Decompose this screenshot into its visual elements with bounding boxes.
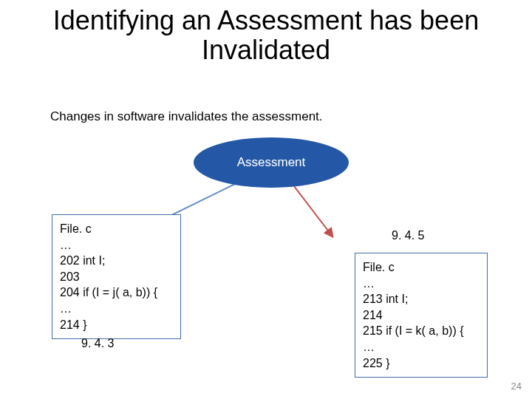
slide-title: Identifying an Assessment has been Inval… bbox=[0, 6, 532, 64]
reference-right: 9. 4. 5 bbox=[392, 229, 424, 242]
slide: Identifying an Assessment has been Inval… bbox=[0, 0, 532, 399]
code-line: 215 if (I = k( a, b)) { bbox=[363, 323, 480, 339]
code-line: 225 } bbox=[363, 355, 480, 372]
code-line: 204 if (I = j( a, b)) { bbox=[60, 284, 173, 301]
connector-right-arrow bbox=[294, 186, 332, 236]
reference-left: 9. 4. 3 bbox=[81, 337, 114, 350]
assessment-ellipse: Assessment bbox=[194, 137, 349, 188]
code-line: … bbox=[363, 339, 480, 355]
assessment-label: Assessment bbox=[237, 155, 306, 170]
slide-subtitle: Changes in software invalidates the asse… bbox=[50, 109, 323, 124]
code-line: … bbox=[60, 237, 173, 253]
code-box-left: File. c … 202 int I; 203 204 if (I = j( … bbox=[52, 214, 181, 339]
code-line: 213 int I; bbox=[363, 291, 480, 307]
code-box-right: File. c … 213 int I; 214 215 if (I = k( … bbox=[355, 253, 488, 378]
code-line: 214 bbox=[363, 307, 480, 324]
code-line: File. c bbox=[363, 259, 480, 276]
code-line: File. c bbox=[60, 221, 173, 237]
code-line: 202 int I; bbox=[60, 253, 173, 269]
code-line: … bbox=[60, 301, 173, 317]
code-line: … bbox=[363, 276, 480, 292]
page-number: 24 bbox=[511, 381, 522, 392]
code-line: 214 } bbox=[60, 317, 173, 333]
code-line: 203 bbox=[60, 269, 173, 285]
